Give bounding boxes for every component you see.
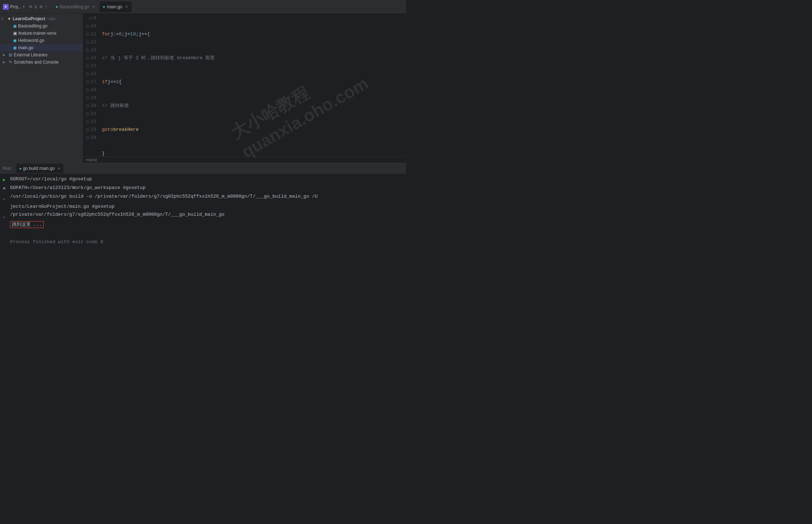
- ln-23: 23: [86, 126, 96, 134]
- tab-main[interactable]: ● main.go ✕: [99, 1, 132, 12]
- go-file-icon: ●: [56, 5, 58, 9]
- console-row-empty: [0, 229, 406, 237]
- project-name: Proj...: [10, 4, 21, 9]
- tab-main-close[interactable]: ✕: [125, 5, 128, 9]
- breadcrumb: main(): [83, 156, 406, 163]
- ln-19: 19: [86, 94, 96, 102]
- run-tab[interactable]: ● go build main.go ✕: [16, 164, 63, 173]
- top-bar-actions: ⊕ ⇅ ⚙ −: [29, 4, 48, 10]
- console-row-5: ▬ /private/var/folders/g7/sg02phc552qffx…: [0, 211, 406, 221]
- arrow-right-icon-2: ▶: [3, 60, 7, 64]
- go-file-icon-2: ◉: [13, 38, 17, 43]
- sidebar-item-maingo-label: main.go: [18, 45, 34, 50]
- go-file-icon-3: ◉: [13, 45, 17, 50]
- sidebar-item-feature[interactable]: ▣ feature-trainer-versi: [0, 30, 83, 37]
- console-row-4: jects/LearnGoProject/main.go #gosetup: [0, 203, 406, 211]
- sidebar-root[interactable]: ▾ ▼ LearnGoProject ~/Go: [0, 15, 83, 22]
- tab-main-label: main.go: [107, 4, 123, 9]
- stop-icon: ■: [3, 184, 10, 193]
- sidebar-item-basicediting-label: Basicediting.go: [18, 23, 47, 29]
- bp-dot: [86, 33, 89, 36]
- sidebar-item-external-label: External Libraries: [14, 52, 47, 57]
- editor-container: 大小哈教程quanxia.oho.com 9 10 11 12 13 14 15…: [83, 14, 406, 163]
- code-line-13: goto breakHere: [102, 126, 406, 134]
- sidebar-item-external[interactable]: ▶ ⊞ External Libraries: [0, 51, 83, 59]
- run-console: ▶ GOROOT=/usr/local/go #gosetup ■ GOPATH…: [0, 174, 406, 262]
- console-row-3: ▬ /usr/local/go/bin/go build -o /private…: [0, 193, 406, 203]
- run-tab-close[interactable]: ✕: [57, 167, 60, 171]
- bp-dot: [86, 104, 89, 107]
- main-content: ▾ ▼ LearnGoProject ~/Go ◉ Basicediting.g…: [0, 14, 406, 163]
- sidebar: ▾ ▼ LearnGoProject ~/Go ◉ Basicediting.g…: [0, 14, 83, 163]
- minimize-icon[interactable]: −: [45, 4, 48, 10]
- tab-basicediting[interactable]: ● Basicediting.go ✕: [52, 1, 98, 12]
- sidebar-item-helloworld-label: Helloworld.go: [18, 38, 44, 43]
- bp-dot: [86, 57, 89, 60]
- spacer-icon-2: [3, 221, 10, 222]
- ln-13: 13: [86, 46, 96, 54]
- sidebar-item-scratches-label: Scratches and Console: [14, 60, 59, 65]
- bp-dot: [86, 81, 89, 83]
- keyword-for: for: [102, 30, 110, 38]
- console-text-2: GOPATH=/Users/a123123/Work/go_workspace …: [10, 184, 145, 192]
- run-label: Run:: [3, 166, 12, 171]
- project-path: ~/Go: [47, 17, 55, 21]
- console-text-5: /private/var/folders/g7/sg02phc552qffxx1…: [10, 211, 225, 219]
- bp-dot: [86, 128, 89, 131]
- top-bar: P Proj... ▾ ⊕ ⇅ ⚙ − ● Basicediting.go ✕ …: [0, 0, 406, 14]
- split-icon[interactable]: ⇅: [34, 4, 37, 10]
- file-icon: ▣: [13, 31, 17, 36]
- ln-9: 9: [86, 14, 96, 22]
- line-numbers: 9 10 11 12 13 14 15 16 17 18 19 20 21 22…: [83, 14, 99, 156]
- console-text-1: GOROOT=/usr/local/go #gosetup: [10, 175, 92, 183]
- run-tab-icon: ●: [19, 167, 21, 171]
- sidebar-item-basicediting[interactable]: ◉ Basicediting.go: [0, 22, 83, 30]
- ln-22: 22: [86, 118, 96, 126]
- bp-dot: [86, 41, 89, 44]
- ln-11: 11: [86, 30, 96, 38]
- console-row-2: ■ GOPATH=/Users/a123123/Work/go_workspac…: [0, 184, 406, 193]
- console-text-empty: [10, 229, 13, 237]
- settings-icon[interactable]: ⚙: [39, 4, 42, 10]
- console-row-output: 跳到这里 ...: [0, 221, 406, 229]
- go-file-icon-active: ●: [103, 5, 105, 9]
- ln-18: 18: [86, 86, 96, 94]
- editor-area[interactable]: 9 10 11 12 13 14 15 16 17 18 19 20 21 22…: [83, 14, 406, 163]
- bp-dot: [89, 17, 92, 20]
- scratch-icon: ✎: [9, 60, 12, 65]
- code-content[interactable]: for j := 0; j < 10; j++ { // 当 j 等于 2 时，…: [99, 14, 406, 156]
- sidebar-item-helloworld[interactable]: ◉ Helloworld.go: [0, 37, 83, 44]
- project-root-label: LearnGoProject: [13, 16, 45, 21]
- sidebar-item-maingo[interactable]: ◉ main.go: [0, 44, 83, 51]
- chevron-down-icon: ▾: [23, 5, 25, 9]
- sidebar-item-scratches[interactable]: ▶ ✎ Scratches and Console: [0, 59, 83, 66]
- ln-24: 24: [86, 134, 96, 142]
- run-tab-bar: Run: ● go build main.go ✕: [0, 163, 406, 174]
- play-icon: ▶: [3, 175, 10, 184]
- ln-10: 10: [86, 22, 96, 30]
- ln-17: 17: [86, 78, 96, 86]
- arrow-down-icon: ▾: [1, 17, 6, 21]
- tab-basicediting-close[interactable]: ✕: [92, 5, 95, 9]
- console-text-3: /usr/local/go/bin/go build -o /private/v…: [10, 193, 317, 201]
- go-file-icon: ◉: [13, 23, 17, 29]
- code-line-9: for j := 0; j < 10; j++ {: [102, 30, 406, 38]
- add-icon[interactable]: ⊕: [29, 4, 32, 10]
- folder-open-icon: ▼: [7, 17, 11, 21]
- tab-bar: ● Basicediting.go ✕ ● main.go ✕: [52, 1, 403, 12]
- breadcrumb-text: main(): [86, 158, 97, 162]
- bp-dot: [86, 96, 89, 99]
- ln-16: 16: [86, 70, 96, 78]
- tab-basicediting-label: Basicediting.go: [60, 4, 89, 9]
- bp-dot: [86, 112, 89, 115]
- bp-dot: [86, 65, 89, 68]
- bp-dot: [86, 89, 89, 91]
- project-label[interactable]: P Proj... ▾: [3, 4, 25, 10]
- ln-21: 21: [86, 110, 96, 118]
- bp-dot: [86, 25, 89, 28]
- ln-14: 14: [86, 54, 96, 62]
- process-finished-text: Process finished with exit code 0: [10, 239, 103, 245]
- rect3-icon: ▬: [3, 212, 10, 221]
- bp-dot: [86, 120, 89, 123]
- code-line-14: }: [102, 150, 406, 156]
